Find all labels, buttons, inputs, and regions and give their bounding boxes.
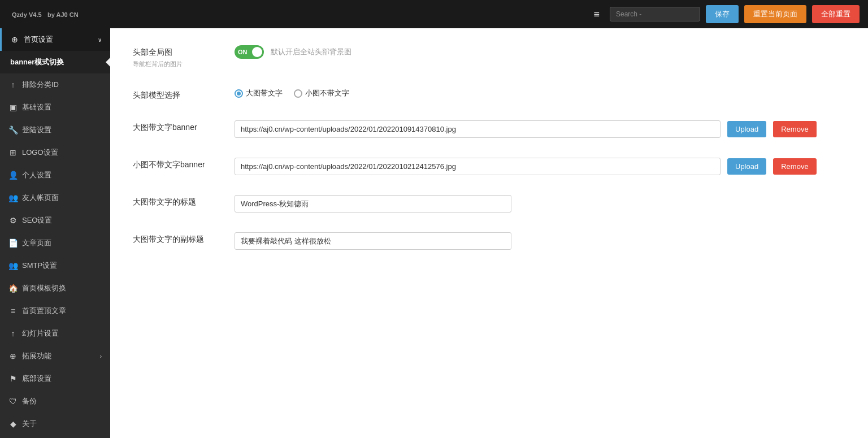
plus-circle-icon: ⊕ [10, 35, 19, 44]
radio-circle-large [235, 89, 243, 98]
sub-marker [106, 58, 110, 67]
input-large-title[interactable] [235, 195, 511, 213]
sidebar-item-footer-settings[interactable]: ⚑ 底部设置 [0, 367, 110, 390]
sidebar-item-label: SMTP设置 [22, 261, 57, 271]
sidebar-item-personal-settings[interactable]: 👤 个人设置 [0, 164, 110, 187]
sidebar-item-login-settings[interactable]: 🔧 登陆设置 [0, 119, 110, 141]
input-large-banner[interactable] [235, 120, 721, 138]
sidebar-item-label: LOGO设置 [22, 148, 58, 158]
upload-small-banner-button[interactable]: Upload [727, 158, 766, 175]
sidebar-item-logo-settings[interactable]: ⊞ LOGO设置 [0, 141, 110, 164]
logo-icon: ⊞ [8, 148, 18, 157]
reset-page-button[interactable]: 重置当前页面 [744, 5, 806, 23]
wrench-icon: 🔧 [8, 125, 18, 135]
sidebar-item-label: 首页置顶文章 [22, 306, 66, 316]
sidebar-item-about[interactable]: ◆ 关于 [0, 413, 110, 435]
menu-icon[interactable]: ≡ [589, 6, 604, 23]
label-large-subtitle: 大图带文字的副标题 [133, 235, 235, 245]
sidebar-item-smtp-settings[interactable]: 👥 SMTP设置 [0, 254, 110, 277]
sidebar-item-exclude-category[interactable]: ↑ 排除分类ID [0, 73, 110, 96]
reset-all-button[interactable]: 全部重置 [812, 5, 860, 23]
radio-large-text[interactable]: 大图带文字 [235, 88, 283, 98]
toggle-description: 默认开启全站头部背景图 [271, 47, 351, 57]
shield-icon: 🛡 [8, 397, 18, 406]
toggle-on-label: ON [238, 49, 248, 55]
sidebar-item-label: 幻灯片设置 [22, 328, 59, 339]
arrow-right-icon: › [100, 353, 102, 359]
sidebar-item-label: 基础设置 [22, 102, 51, 112]
sidebar-item-label: 排除分类ID [22, 80, 59, 90]
layout: ⊕ 首页设置 ∨ banner模式切换 ↑ 排除分类ID ▣ 基础设置 🔧 登陆… [0, 28, 868, 438]
label-small-banner: 小图不带文字banner [133, 160, 235, 170]
label-header-model: 头部模型选择 [133, 90, 235, 101]
arrow-down-icon: ∨ [98, 37, 102, 43]
sidebar-item-label: 备份 [22, 396, 37, 406]
search-input[interactable] [610, 7, 700, 21]
sidebar-item-banner-switch[interactable]: banner模式切换 [0, 51, 110, 73]
upload-icon: ↑ [8, 80, 18, 89]
section-header-model: 头部模型选择 大图带文字 小图不带文字 [133, 88, 845, 101]
home-icon: 🏠 [8, 284, 18, 293]
sidebar-item-label: 友人帐页面 [22, 193, 59, 203]
sidebar-item-seo-settings[interactable]: ⚙ SEO设置 [0, 209, 110, 232]
remove-small-banner-button[interactable]: Remove [773, 158, 816, 175]
slideshow-icon: ↑ [8, 329, 18, 338]
app-title: Qzdy V4.5 by AJ0 CN [8, 9, 79, 19]
radio-small-no-text[interactable]: 小图不带文字 [294, 88, 349, 98]
sidebar-item-label: 个人设置 [22, 170, 51, 180]
sidebar-item-label: SEO设置 [22, 215, 52, 225]
sidebar-item-label: 拓展功能 [22, 351, 51, 361]
people-icon: 👥 [8, 193, 18, 202]
list-icon: ≡ [8, 306, 18, 315]
toggle-header-fullbg[interactable]: ON [235, 45, 264, 59]
main-content: 头部全局图 导航栏背后的图片 ON 默认开启全站头部背景图 头部模型选择 [110, 28, 868, 438]
radio-label-small: 小图不带文字 [305, 88, 349, 98]
label-large-banner: 大图带文字banner [133, 123, 235, 133]
label-large-title: 大图带文字的标题 [133, 197, 235, 207]
save-button[interactable]: 保存 [706, 5, 739, 23]
input-large-subtitle[interactable] [235, 232, 511, 250]
top-header: Qzdy V4.5 by AJ0 CN ≡ 保存 重置当前页面 全部重置 [0, 0, 868, 28]
sidebar-item-label: 登陆设置 [22, 125, 51, 135]
sidebar-item-article-page[interactable]: 📄 文章页面 [0, 232, 110, 254]
grid-icon: ▣ [8, 103, 18, 112]
sidebar-item-backup[interactable]: 🛡 备份 [0, 390, 110, 413]
sidebar: ⊕ 首页设置 ∨ banner模式切换 ↑ 排除分类ID ▣ 基础设置 🔧 登陆… [0, 28, 110, 438]
input-small-banner[interactable] [235, 158, 721, 175]
person-icon: 👤 [8, 171, 18, 180]
expand-icon: ⊕ [8, 352, 18, 361]
section-large-subtitle: 大图带文字的副标题 [133, 232, 845, 250]
sidebar-item-friends-page[interactable]: 👥 友人帐页面 [0, 187, 110, 209]
sidebar-item-slideshow-settings[interactable]: ↑ 幻灯片设置 [0, 322, 110, 345]
sidebar-item-homepage-settings[interactable]: ⊕ 首页设置 ∨ [0, 28, 110, 51]
sidebar-item-label: banner模式切换 [10, 57, 64, 67]
section-header-fullbg: 头部全局图 导航栏背后的图片 ON 默认开启全站头部背景图 [133, 45, 845, 68]
sidebar-item-expand-features[interactable]: ⊕ 拓展功能 › [0, 345, 110, 367]
section-large-banner: 大图带文字banner Upload Remove [133, 120, 845, 138]
sublabel-header-fullbg: 导航栏背后的图片 [133, 60, 235, 68]
sidebar-item-label: 文章页面 [22, 238, 51, 248]
sidebar-item-label: 底部设置 [22, 374, 51, 384]
remove-large-banner-button[interactable]: Remove [773, 121, 816, 137]
radio-group-header-model: 大图带文字 小图不带文字 [235, 88, 349, 98]
sidebar-item-label: 首页模板切换 [22, 283, 66, 293]
diamond-icon: ◆ [8, 419, 18, 428]
gear-icon: ⚙ [8, 216, 18, 225]
sidebar-item-label: 关于 [22, 419, 37, 429]
radio-label-large: 大图带文字 [246, 88, 283, 98]
toggle-knob [252, 47, 262, 57]
footer-icon: ⚑ [8, 374, 18, 383]
radio-circle-small [294, 89, 302, 98]
section-small-banner: 小图不带文字banner Upload Remove [133, 158, 845, 175]
sidebar-item-homepage-template[interactable]: 🏠 首页模板切换 [0, 277, 110, 300]
email-icon: 👥 [8, 261, 18, 270]
sidebar-item-homepage-top-article[interactable]: ≡ 首页置顶文章 [0, 300, 110, 322]
sidebar-item-basic-settings[interactable]: ▣ 基础设置 [0, 96, 110, 119]
upload-large-banner-button[interactable]: Upload [727, 121, 766, 137]
label-header-fullbg: 头部全局图 [133, 47, 235, 58]
sidebar-item-label: 首页设置 [24, 34, 53, 45]
toggle-switch[interactable]: ON [235, 45, 264, 59]
section-large-title: 大图带文字的标题 [133, 195, 845, 213]
document-icon: 📄 [8, 238, 18, 248]
